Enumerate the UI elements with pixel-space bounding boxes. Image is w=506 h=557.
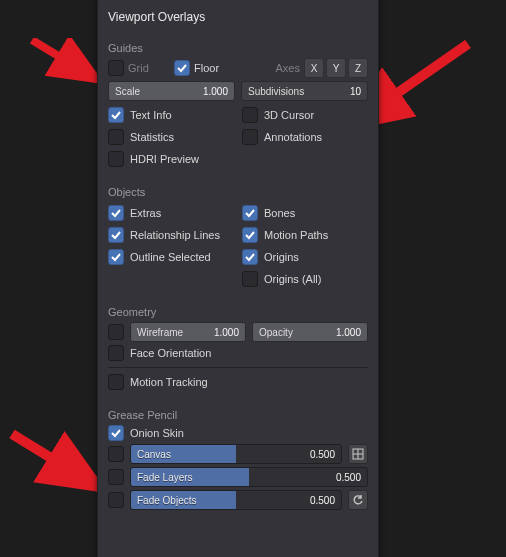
onion-skin-checkbox[interactable] xyxy=(108,425,124,441)
text-info-checkbox[interactable] xyxy=(108,107,124,123)
subdivisions-field[interactable]: Subdivisions 10 xyxy=(241,81,368,101)
annotations-label: Annotations xyxy=(264,131,322,143)
guides-header: Guides xyxy=(108,42,368,54)
origins-all-label: Origins (All) xyxy=(264,273,321,285)
cursor3d-checkbox[interactable] xyxy=(242,107,258,123)
origins-checkbox[interactable] xyxy=(242,249,258,265)
motion-tracking-label: Motion Tracking xyxy=(130,376,208,388)
opacity-field[interactable]: Opacity 1.000 xyxy=(252,322,368,342)
canvas-slider[interactable]: Canvas 0.500 xyxy=(130,444,342,464)
annotations-checkbox[interactable] xyxy=(242,129,258,145)
scale-field[interactable]: Scale 1.000 xyxy=(108,81,235,101)
svg-line-2 xyxy=(12,434,100,488)
grease-pencil-header: Grease Pencil xyxy=(108,409,368,421)
outline-selected-label: Outline Selected xyxy=(130,251,211,263)
fade-objects-checkbox[interactable] xyxy=(108,492,124,508)
text-info-label: Text Info xyxy=(130,109,172,121)
viewport-overlays-panel: Viewport Overlays Guides Grid Floor Axes… xyxy=(97,0,379,557)
statistics-checkbox[interactable] xyxy=(108,129,124,145)
fade-layers-checkbox[interactable] xyxy=(108,469,124,485)
axis-z-button[interactable]: Z xyxy=(348,58,368,78)
motion-paths-checkbox[interactable] xyxy=(242,227,258,243)
face-orientation-checkbox[interactable] xyxy=(108,345,124,361)
statistics-label: Statistics xyxy=(130,131,174,143)
canvas-grid-icon[interactable] xyxy=(348,444,368,464)
fade-objects-slider[interactable]: Fade Objects 0.500 xyxy=(130,490,342,510)
floor-label: Floor xyxy=(194,62,219,74)
fade-objects-refresh-icon[interactable] xyxy=(348,490,368,510)
wireframe-field[interactable]: Wireframe 1.000 xyxy=(130,322,246,342)
origins-all-checkbox[interactable] xyxy=(242,271,258,287)
extras-label: Extras xyxy=(130,207,161,219)
wireframe-checkbox[interactable] xyxy=(108,324,124,340)
axes-label: Axes xyxy=(276,62,300,74)
cursor3d-label: 3D Cursor xyxy=(264,109,314,121)
motion-paths-label: Motion Paths xyxy=(264,229,328,241)
hdri-preview-checkbox[interactable] xyxy=(108,151,124,167)
bones-checkbox[interactable] xyxy=(242,205,258,221)
face-orientation-label: Face Orientation xyxy=(130,347,211,359)
geometry-header: Geometry xyxy=(108,306,368,318)
origins-label: Origins xyxy=(264,251,299,263)
hdri-preview-label: HDRI Preview xyxy=(130,153,199,165)
relationship-lines-label: Relationship Lines xyxy=(130,229,220,241)
motion-tracking-checkbox[interactable] xyxy=(108,374,124,390)
fade-layers-slider[interactable]: Fade Layers 0.500 xyxy=(130,467,368,487)
grid-label: Grid xyxy=(128,62,149,74)
extras-checkbox[interactable] xyxy=(108,205,124,221)
relationship-lines-checkbox[interactable] xyxy=(108,227,124,243)
axis-x-button[interactable]: X xyxy=(304,58,324,78)
axis-y-button[interactable]: Y xyxy=(326,58,346,78)
bones-label: Bones xyxy=(264,207,295,219)
objects-header: Objects xyxy=(108,186,368,198)
svg-line-0 xyxy=(32,40,98,80)
onion-skin-label: Onion Skin xyxy=(130,427,184,439)
outline-selected-checkbox[interactable] xyxy=(108,249,124,265)
grid-checkbox[interactable] xyxy=(108,60,124,76)
panel-title: Viewport Overlays xyxy=(98,0,378,28)
canvas-checkbox[interactable] xyxy=(108,446,124,462)
floor-checkbox[interactable] xyxy=(174,60,190,76)
